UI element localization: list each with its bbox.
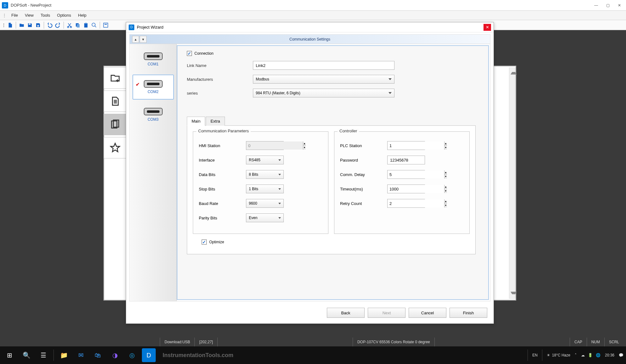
tab-main[interactable]: Main [187,117,205,126]
stop-bits-select[interactable]: 1 Bits [246,185,284,193]
maximize-button[interactable]: ▢ [606,3,610,8]
favorite-tool[interactable] [104,137,126,158]
comm-delay-value[interactable] [388,170,444,179]
save-icon[interactable] [26,21,34,29]
status-download: Download:USB [160,338,194,346]
spin-down-icon[interactable]: ▼ [444,175,447,179]
finish-button[interactable]: Finish [450,308,487,318]
pages-tool[interactable] [104,114,126,135]
search-icon[interactable]: 🔍 [20,348,33,362]
onedrive-icon[interactable]: ☁ [581,353,585,357]
open-icon[interactable] [18,21,25,29]
app-icon-1[interactable]: ◑ [108,348,122,362]
battery-icon[interactable]: 🔋 [588,353,593,357]
svg-rect-0 [29,23,31,25]
comm-delay-spinbox[interactable]: ▲▼ [387,170,425,179]
svg-rect-6 [85,23,87,24]
toolbar-grip: ⋮ [2,23,6,27]
notifications-icon[interactable]: 💬 [619,353,623,357]
dialog-close-button[interactable]: ✕ [483,24,491,31]
left-toolbar [104,67,128,158]
spin-up-icon[interactable]: ▲ [444,199,447,204]
language-indicator[interactable]: EN [532,353,538,357]
scroll-down-button[interactable]: ▼ [140,36,147,43]
task-view-icon[interactable]: ☰ [36,348,50,362]
hmi-station-spinbox: ▲▼ [246,141,284,150]
copy-icon[interactable] [74,21,81,29]
next-button: Next [368,308,405,318]
menu-file[interactable]: File [8,12,21,19]
spin-up-icon[interactable]: ▲ [444,141,447,146]
statusbar: Download:USB [202,27] DOP-107CV 65536 Co… [0,338,626,346]
retry-value[interactable] [388,199,444,207]
panel-scrollbar[interactable] [509,68,515,299]
serial-port-icon [144,108,163,115]
port-label: COM2 [148,90,159,94]
clock[interactable]: 20:36 [605,353,614,357]
minimize-button[interactable]: — [594,3,598,8]
document-tool[interactable] [104,91,126,112]
back-button[interactable]: Back [327,308,365,318]
store-icon[interactable]: 🛍 [91,348,105,362]
port-com1[interactable]: ✔ COM1 [133,47,174,72]
undo-icon[interactable] [46,21,53,29]
retry-spinbox[interactable]: ▲▼ [387,199,425,208]
connection-checkbox[interactable]: ✓ [187,51,192,56]
series-select[interactable]: 984 RTU (Master, 6 Digits) [253,89,394,97]
spin-up-icon[interactable]: ▲ [444,185,447,189]
close-window-button[interactable]: ✕ [618,3,621,8]
network-icon[interactable]: 🌐 [596,353,601,357]
comm-delay-label: Comm. Delay [340,172,387,177]
password-input[interactable] [387,156,425,164]
baud-rate-select[interactable]: 9600 [246,199,284,208]
manufacturers-select[interactable]: Modbus [253,75,394,84]
status-num: NUM [587,338,604,346]
spin-down-icon: ▼ [303,146,306,150]
link-name-input[interactable] [253,61,394,70]
spin-up-icon[interactable]: ▲ [444,170,447,175]
weather-text: 18°C Haze [552,353,570,357]
mail-icon[interactable]: ✉ [74,348,88,362]
retry-label: Retry Count [340,201,387,206]
menu-view[interactable]: View [22,12,37,19]
port-com2[interactable]: ✔ COM2 [133,75,174,99]
new-file-icon[interactable] [6,21,14,29]
timeout-spinbox[interactable]: ▲▼ [387,185,425,193]
dialog-buttons: Back Next Cancel Finish [327,308,487,318]
plc-station-spinbox[interactable]: ▲▼ [387,141,425,150]
plc-station-value[interactable] [388,141,444,150]
interface-select[interactable]: RS485 [246,156,284,164]
paste-icon[interactable] [82,21,90,29]
spin-up-icon: ▲ [303,141,306,146]
parity-select[interactable]: Even [246,213,284,222]
folder-add-tool[interactable] [104,67,126,89]
weather-widget[interactable]: ☀ 18°C Haze [547,353,570,357]
manufacturers-value: Modbus [256,77,269,81]
timeout-value[interactable] [388,185,444,193]
save-as-icon[interactable] [34,21,42,29]
port-com3[interactable]: ✔ COM3 [133,102,174,127]
port-list: ✔ COM1 ✔ COM2 ✔ COM3 [130,44,177,301]
spin-down-icon[interactable]: ▼ [444,146,447,150]
menu-options[interactable]: Options [54,12,74,19]
menu-tools[interactable]: Tools [37,12,53,19]
spin-down-icon[interactable]: ▼ [444,204,447,208]
scroll-up-button[interactable]: ▲ [132,36,139,43]
redo-icon[interactable] [54,21,62,29]
data-bits-select[interactable]: 8 Bits [246,170,284,179]
menu-help[interactable]: Help [75,12,90,19]
dopsoft-taskbar-icon[interactable]: D [142,348,156,362]
start-button[interactable]: ⊞ [3,348,16,362]
zoom-icon[interactable] [90,21,98,29]
tray-chevron-icon[interactable]: ˄ [575,353,577,357]
cancel-button[interactable]: Cancel [409,308,446,318]
spin-down-icon[interactable]: ▼ [444,189,447,193]
tab-extra[interactable]: Extra [206,117,225,126]
parity-label: Parity Bits [199,216,246,220]
explorer-icon[interactable]: 📁 [57,348,71,362]
wizard-icon[interactable] [102,21,109,29]
optimize-checkbox[interactable]: ✓ [202,240,207,245]
data-bits-value: 8 Bits [249,172,258,177]
cut-icon[interactable] [66,21,73,29]
edge-icon[interactable]: ◎ [125,348,139,362]
